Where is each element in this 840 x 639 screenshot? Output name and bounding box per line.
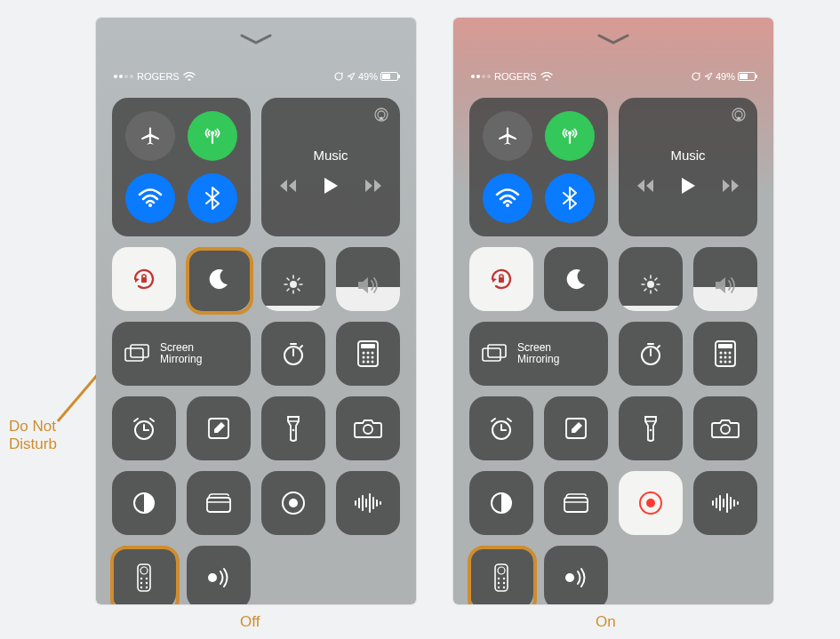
svg-point-68 [506, 204, 509, 207]
svg-point-27 [372, 352, 374, 355]
wifi-icon [495, 188, 520, 208]
do-not-disturb-button[interactable] [187, 247, 251, 311]
record-icon [280, 490, 307, 516]
volume-slider[interactable] [336, 247, 400, 311]
music-module[interactable]: Music [619, 98, 757, 236]
svg-point-41 [292, 429, 295, 432]
brightness-slider[interactable] [261, 247, 325, 311]
flashlight-icon [643, 414, 659, 443]
svg-point-31 [363, 361, 365, 363]
antenna-icon [558, 124, 581, 148]
screen-mirroring-button[interactable]: ScreenMirroring [112, 322, 251, 386]
caption-off: Off [240, 613, 260, 631]
svg-point-128 [565, 573, 574, 582]
signal-icon [114, 75, 133, 78]
music-title: Music [313, 148, 348, 163]
close-chevron-icon[interactable] [240, 34, 272, 50]
notes-button[interactable] [544, 396, 608, 460]
screen-mirroring-icon [124, 344, 149, 363]
cellular-data-toggle[interactable] [545, 111, 595, 161]
connectivity-module[interactable] [112, 98, 251, 236]
svg-rect-108 [564, 498, 588, 512]
close-chevron-icon[interactable] [597, 34, 629, 50]
wallet-button[interactable] [544, 471, 608, 535]
svg-rect-120 [495, 564, 508, 591]
screen-mirroring-label: ScreenMirroring [517, 342, 559, 365]
prev-track-button[interactable] [280, 179, 300, 193]
connectivity-module[interactable] [469, 98, 608, 236]
svg-line-37 [134, 419, 138, 421]
svg-point-62 [140, 587, 142, 588]
bluetooth-toggle[interactable] [545, 173, 595, 223]
screen-record-button[interactable] [619, 471, 683, 535]
timer-button[interactable] [619, 322, 683, 386]
airplane-mode-toggle[interactable] [125, 111, 175, 161]
alarm-button[interactable] [112, 396, 176, 460]
alarm-button[interactable] [469, 396, 533, 460]
notes-button[interactable] [187, 396, 251, 460]
location-icon [704, 72, 713, 81]
screen-mirroring-button[interactable]: ScreenMirroring [469, 322, 608, 386]
volume-slider[interactable] [693, 247, 757, 311]
flashlight-button[interactable] [261, 396, 325, 460]
apple-tv-remote-button[interactable] [112, 546, 176, 604]
svg-point-94 [729, 356, 732, 359]
calculator-button[interactable] [693, 322, 757, 386]
play-button[interactable] [680, 177, 696, 195]
timer-button[interactable] [261, 322, 325, 386]
camera-icon [711, 418, 740, 439]
calculator-icon [715, 340, 736, 367]
wifi-toggle[interactable] [483, 173, 532, 223]
svg-point-57 [140, 567, 148, 574]
screen-record-button[interactable] [261, 471, 325, 535]
camera-button[interactable] [693, 396, 757, 460]
svg-point-66 [568, 132, 572, 135]
airplane-mode-toggle[interactable] [483, 111, 532, 161]
apple-tv-remote-button[interactable] [469, 546, 533, 604]
next-track-button[interactable] [362, 179, 381, 193]
orientation-lock-icon [333, 71, 344, 82]
svg-point-8 [290, 281, 297, 288]
volume-icon [356, 276, 380, 299]
music-title: Music [670, 148, 705, 163]
svg-point-96 [724, 361, 727, 363]
wallet-icon [563, 492, 589, 514]
wifi-icon [138, 188, 163, 208]
svg-rect-67 [569, 135, 571, 144]
bluetooth-toggle[interactable] [188, 173, 237, 223]
svg-line-80 [655, 278, 657, 280]
orientation-lock-button[interactable] [469, 247, 533, 311]
airplay-audio-icon[interactable] [731, 107, 747, 123]
dark-mode-icon [489, 491, 514, 515]
dark-mode-button[interactable] [469, 471, 533, 535]
tap-to-pay-button[interactable] [187, 546, 251, 604]
do-not-disturb-button[interactable] [544, 247, 608, 311]
svg-point-42 [364, 425, 372, 434]
camera-button[interactable] [336, 396, 400, 460]
wallet-button[interactable] [187, 471, 251, 535]
svg-line-14 [298, 289, 300, 291]
tap-to-pay-button[interactable] [544, 546, 608, 604]
play-button[interactable] [323, 177, 339, 195]
voice-memo-button[interactable] [336, 471, 400, 535]
brightness-icon [640, 274, 661, 299]
next-track-button[interactable] [719, 179, 739, 193]
svg-point-58 [140, 578, 142, 579]
prev-track-button[interactable] [637, 179, 657, 193]
flashlight-button[interactable] [619, 396, 683, 460]
orientation-lock-button[interactable] [112, 247, 176, 311]
svg-line-86 [658, 346, 660, 347]
calculator-button[interactable] [336, 322, 400, 386]
screen-mirroring-icon [482, 344, 507, 363]
airplay-audio-icon[interactable] [373, 107, 389, 123]
svg-point-111 [646, 499, 655, 507]
dark-mode-button[interactable] [112, 471, 176, 535]
music-module[interactable]: Music [261, 98, 400, 236]
moon-icon [564, 267, 588, 292]
wifi-toggle[interactable] [125, 173, 175, 223]
orientation-lock-icon [131, 266, 157, 292]
voice-memo-button[interactable] [693, 471, 757, 535]
record-icon [637, 490, 664, 516]
cellular-data-toggle[interactable] [188, 111, 237, 161]
brightness-slider[interactable] [619, 247, 683, 311]
